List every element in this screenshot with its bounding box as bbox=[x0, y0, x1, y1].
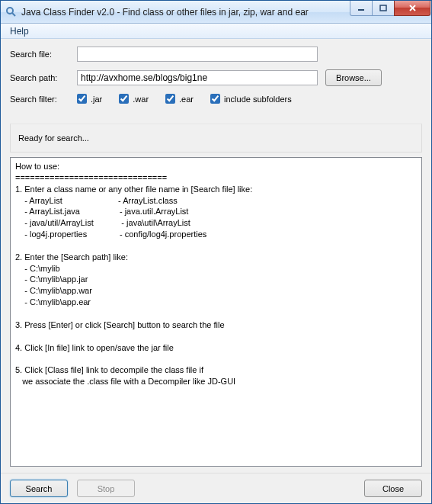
search-form: Search file: Search path: Browse... Sear… bbox=[1, 39, 431, 117]
window: Java Class Finder v2.0 - Find class or o… bbox=[0, 0, 432, 504]
menubar: Help bbox=[1, 24, 431, 39]
svg-line-1 bbox=[12, 13, 15, 16]
status-panel: Ready for search... bbox=[10, 124, 422, 152]
search-filter-row: Search filter: .jar .war .ear include su… bbox=[10, 94, 422, 104]
maximize-button[interactable] bbox=[372, 1, 395, 16]
filter-subfolders-checkbox[interactable] bbox=[210, 94, 220, 104]
filter-ear-checkbox[interactable] bbox=[165, 94, 175, 104]
client-area: Search file: Search path: Browse... Sear… bbox=[1, 39, 431, 503]
stop-button[interactable]: Stop bbox=[77, 480, 135, 497]
filter-subfolders[interactable]: include subfolders bbox=[210, 94, 292, 104]
filter-jar-label: .jar bbox=[91, 95, 102, 104]
filter-war-checkbox[interactable] bbox=[119, 94, 129, 104]
svg-point-0 bbox=[7, 8, 13, 14]
search-filter-label: Search filter: bbox=[10, 95, 77, 104]
svg-rect-3 bbox=[380, 5, 386, 11]
filter-ear[interactable]: .ear bbox=[165, 94, 194, 104]
window-controls bbox=[350, 1, 430, 16]
search-file-label: Search file: bbox=[10, 50, 77, 59]
status-text: Ready for search... bbox=[18, 133, 89, 143]
filter-ear-label: .ear bbox=[179, 95, 194, 104]
menu-help[interactable]: Help bbox=[5, 24, 34, 38]
window-title: Java Class Finder v2.0 - Find class or o… bbox=[21, 7, 350, 18]
search-file-input[interactable] bbox=[77, 47, 318, 62]
close-button[interactable]: Close bbox=[364, 480, 422, 497]
search-path-label: Search path: bbox=[10, 73, 77, 82]
filter-war-label: .war bbox=[133, 95, 149, 104]
filter-jar-checkbox[interactable] bbox=[77, 94, 87, 104]
minimize-button[interactable] bbox=[350, 1, 373, 16]
search-path-input[interactable] bbox=[77, 70, 318, 85]
browse-button[interactable]: Browse... bbox=[325, 69, 382, 86]
search-path-row: Search path: Browse... bbox=[10, 69, 422, 86]
filter-war[interactable]: .war bbox=[119, 94, 149, 104]
button-bar: Search Stop Close bbox=[1, 473, 431, 503]
search-file-row: Search file: bbox=[10, 47, 422, 62]
filter-subfolders-label: include subfolders bbox=[224, 95, 292, 104]
filter-jar[interactable]: .jar bbox=[77, 94, 102, 104]
titlebar[interactable]: Java Class Finder v2.0 - Find class or o… bbox=[1, 1, 431, 24]
app-icon bbox=[5, 6, 18, 18]
close-window-button[interactable] bbox=[394, 1, 430, 16]
results-panel[interactable]: How to use: ============================… bbox=[10, 157, 422, 467]
search-button[interactable]: Search bbox=[10, 480, 68, 497]
